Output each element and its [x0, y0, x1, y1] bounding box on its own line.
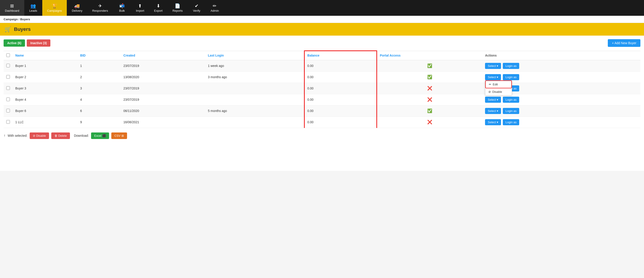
table-row: Buyer 1 1 23/07/2019 1 week ago 0.00 ✅ S…	[4, 60, 640, 72]
leads-icon: 👥	[30, 4, 36, 8]
nav-item-dashboard[interactable]: ⊞ Dashboard	[0, 0, 24, 16]
actions-cell: Select ▾ Login as	[485, 119, 638, 125]
buyer-last-login: 3 months ago	[205, 71, 304, 83]
login-as-button[interactable]: Login as	[503, 108, 519, 114]
row-checkbox[interactable]	[6, 64, 10, 67]
buyer-actions: Select ▾ Login as	[482, 116, 640, 128]
buyer-name: 1 LLC	[12, 116, 78, 128]
portal-cross-icon: ❌	[427, 120, 432, 124]
col-header-bid: BID	[78, 51, 121, 60]
disable-menu-item[interactable]: ⊘ Disable	[485, 88, 512, 95]
buyer-name: Buyer 2	[12, 71, 78, 83]
nav-item-campaigns[interactable]: 🏆 Campaigns	[42, 0, 67, 16]
nav-item-verify[interactable]: ✔ Verify	[188, 0, 206, 16]
download-csv-button[interactable]: CSV ⊞	[111, 132, 127, 139]
csv-icon: ⊞	[122, 134, 124, 137]
main-content: Active (6) Inactive (3) + Add New Buyer …	[0, 36, 644, 171]
row-checkbox[interactable]	[6, 86, 10, 90]
nav-label-import: Import	[136, 9, 144, 12]
login-as-button[interactable]: Login as	[503, 63, 519, 69]
nav-label-leads: Leads	[29, 9, 37, 12]
login-as-button[interactable]: Login as	[503, 97, 519, 103]
select-button[interactable]: Select ▾	[485, 63, 501, 69]
nav-item-export[interactable]: ⬇ Export	[149, 0, 168, 16]
excel-icon: ⬛	[102, 134, 106, 137]
select-button[interactable]: Select ▾	[485, 74, 501, 80]
disable-icon: ⊘	[33, 134, 35, 137]
buyer-balance: 0.00	[304, 94, 377, 105]
portal-check-icon: ✅	[427, 64, 432, 68]
row-checkbox[interactable]	[6, 75, 10, 79]
delivery-icon: 🚚	[74, 4, 80, 8]
nav-item-admin[interactable]: ✏ Admin	[206, 0, 224, 16]
buyer-created: 16/06/2021	[121, 116, 205, 128]
add-new-buyer-button[interactable]: + Add New Buyer	[608, 39, 640, 47]
buyer-actions: Select ▾ ✏ Edit ⊘ Disable Login as	[482, 71, 640, 83]
nav-item-bulk[interactable]: 📬 Bulk	[113, 0, 131, 16]
dropdown-menu: ✏ Edit ⊘ Disable	[485, 80, 512, 95]
nav-label-dashboard: Dashboard	[5, 9, 19, 12]
buyers-table: Name BID Created Last Login Balance Port…	[4, 50, 640, 128]
inactive-filter-button[interactable]: Inactive (3)	[27, 39, 50, 47]
col-header-created: Created	[121, 51, 205, 60]
buyer-bid: 1	[78, 60, 121, 72]
nav-item-delivery[interactable]: 🚚 Delivery	[67, 0, 87, 16]
buyer-last-login	[205, 94, 304, 105]
buyer-balance: 0.00	[304, 105, 377, 116]
login-as-button[interactable]: Login as	[503, 74, 519, 80]
buyer-bid: 9	[78, 116, 121, 128]
buyer-last-login	[205, 83, 304, 94]
verify-icon: ✔	[195, 4, 198, 8]
buyer-bid: 6	[78, 105, 121, 116]
nav-label-campaigns: Campaigns	[47, 9, 62, 12]
buyer-balance: 0.00	[304, 60, 377, 72]
nav-item-responders[interactable]: ✈ Responders	[87, 0, 113, 16]
buyer-name: Buyer 6	[12, 105, 78, 116]
nav-item-leads[interactable]: 👥 Leads	[24, 0, 42, 16]
row-checkbox[interactable]	[6, 97, 10, 101]
portal-check-icon: ✅	[427, 109, 432, 113]
export-icon: ⬇	[156, 4, 160, 8]
buyer-last-login: 5 months ago	[205, 105, 304, 116]
edit-menu-item[interactable]: ✏ Edit	[485, 80, 512, 88]
select-button[interactable]: Select ▾	[485, 97, 501, 103]
nav-item-import[interactable]: ⬆ Import	[131, 0, 149, 16]
select-all-checkbox[interactable]	[6, 53, 10, 57]
breadcrumb: Campaign / Buyers	[0, 16, 644, 23]
row-checkbox[interactable]	[6, 109, 10, 112]
buyer-created: 23/07/2019	[121, 60, 205, 72]
nav-label-export: Export	[154, 9, 162, 12]
buyer-created: 23/07/2019	[121, 83, 205, 94]
portal-cross-icon: ❌	[427, 97, 432, 102]
active-filter-button[interactable]: Active (6)	[4, 39, 25, 47]
bottom-controls: ↑ With selected: ⊘ Disable 🗑 Delete Down…	[4, 131, 640, 141]
actions-cell: Select ▾ Login as	[485, 97, 638, 103]
reports-icon: 📄	[175, 4, 180, 8]
col-header-portal-access: Portal Access	[377, 51, 482, 60]
buyer-bid: 4	[78, 94, 121, 105]
actions-cell: Select ▾ Login as	[485, 108, 638, 114]
import-icon: ⬆	[138, 4, 142, 8]
nav-item-reports[interactable]: 📄 Reports	[168, 0, 188, 16]
download-label: Download:	[74, 134, 89, 137]
bulk-disable-button[interactable]: ⊘ Disable	[30, 132, 49, 139]
download-excel-button[interactable]: Excel ⬛	[91, 132, 109, 139]
select-dropdown-container: Select ▾ ✏ Edit ⊘ Disable	[485, 74, 502, 80]
bulk-delete-button[interactable]: 🗑 Delete	[51, 132, 70, 139]
filter-buttons: Active (6) Inactive (3)	[4, 39, 50, 47]
col-header-last-login: Last Login	[205, 51, 304, 60]
select-button[interactable]: Select ▾	[485, 108, 501, 114]
login-as-button[interactable]: Login as	[503, 119, 519, 125]
nav-label-delivery: Delivery	[72, 9, 82, 12]
edit-icon: ✏	[489, 83, 491, 86]
buyer-bid: 3	[78, 83, 121, 94]
row-checkbox[interactable]	[6, 120, 10, 124]
table-row: Buyer 6 6 06/11/2020 5 months ago 0.00 ✅…	[4, 105, 640, 116]
portal-cross-icon: ❌	[427, 86, 432, 91]
breadcrumb-parent: Campaign	[4, 18, 18, 21]
table-row: Buyer 2 2 13/08/2020 3 months ago 0.00 ✅…	[4, 71, 640, 83]
buyer-bid: 2	[78, 71, 121, 83]
buyer-portal-access: ❌	[377, 116, 482, 128]
arrow-icon: ↑	[4, 133, 6, 138]
select-button[interactable]: Select ▾	[485, 119, 501, 125]
